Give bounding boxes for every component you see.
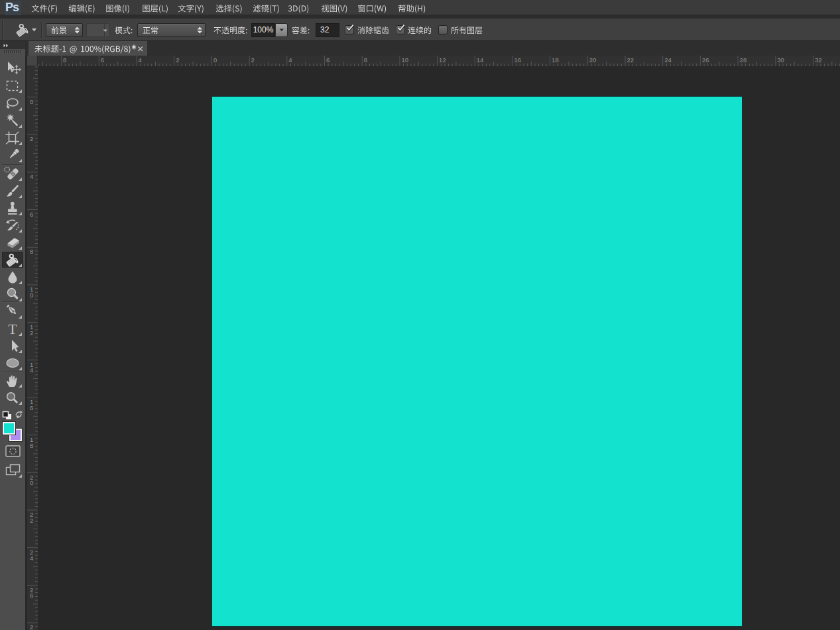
svg-text:16: 16	[514, 56, 521, 64]
svg-text:12: 12	[439, 56, 446, 64]
svg-text:10: 10	[401, 56, 408, 64]
svg-text:22: 22	[627, 56, 634, 64]
svg-text:24: 24	[664, 56, 672, 64]
svg-text:6: 6	[30, 210, 33, 217]
svg-text:2: 2	[30, 329, 33, 336]
svg-text:2: 2	[30, 517, 33, 524]
svg-text:0: 0	[30, 97, 33, 105]
svg-text:18: 18	[552, 56, 559, 64]
svg-text:4: 4	[288, 56, 292, 64]
svg-text:8: 8	[30, 248, 33, 255]
svg-text:2: 2	[30, 135, 33, 142]
svg-text:30: 30	[777, 56, 784, 64]
svg-text:26: 26	[702, 56, 709, 64]
svg-text:8: 8	[63, 56, 66, 64]
svg-text:6: 6	[101, 56, 104, 64]
svg-text:0: 0	[30, 291, 33, 298]
svg-text:2: 2	[251, 56, 255, 64]
svg-text:4: 4	[30, 366, 33, 374]
svg-text:20: 20	[589, 56, 597, 64]
svg-text:4: 4	[30, 173, 33, 180]
svg-text:0: 0	[213, 56, 217, 64]
svg-text:8: 8	[30, 441, 33, 448]
svg-text:4: 4	[30, 554, 33, 561]
svg-text:14: 14	[477, 56, 484, 64]
svg-text:0: 0	[30, 479, 33, 486]
svg-text:32: 32	[815, 56, 822, 64]
svg-text:T: T	[8, 321, 17, 337]
svg-text:4: 4	[139, 56, 142, 64]
svg-text:2: 2	[176, 56, 179, 64]
svg-text:8: 8	[364, 56, 367, 64]
svg-text:6: 6	[30, 592, 33, 599]
svg-text:28: 28	[740, 56, 747, 64]
svg-text:6: 6	[326, 56, 330, 64]
svg-text:6: 6	[30, 403, 33, 411]
